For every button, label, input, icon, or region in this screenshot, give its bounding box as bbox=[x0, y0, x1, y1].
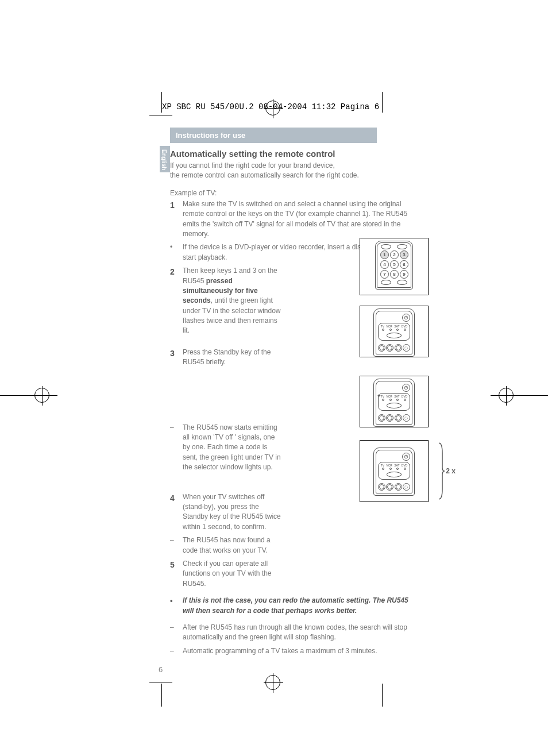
round-button-icon bbox=[403, 414, 410, 422]
diagram-keypad: 1 2 3 4 5 6 7 8 9 bbox=[360, 238, 429, 295]
brace-label: 2 x bbox=[446, 467, 456, 475]
round-button-icon bbox=[378, 414, 385, 422]
power-icon bbox=[402, 314, 410, 322]
bullet: • bbox=[170, 596, 183, 616]
diagram-standby: TVVCRSATDVD bbox=[360, 306, 429, 357]
key-7: 7 bbox=[380, 270, 389, 279]
example-label: Example of TV: bbox=[170, 189, 411, 197]
diagram-signal: ✦ TVVCRSATDVD bbox=[360, 376, 429, 427]
step-number: 4 bbox=[170, 492, 183, 533]
step-1: 1 Make sure the TV is switched on and se… bbox=[170, 199, 411, 240]
dash: – bbox=[170, 535, 183, 556]
step-text: Automatic programming of a TV takes a ma… bbox=[183, 646, 411, 656]
step-text: The RU545 has now found a code that work… bbox=[183, 535, 283, 556]
after-note-1: – After the RU545 has run through all th… bbox=[170, 623, 411, 643]
intro-text: If you cannot find the right code for yo… bbox=[170, 161, 411, 181]
step-number: 5 bbox=[170, 559, 183, 589]
step-text: When your TV switches off (stand-by), yo… bbox=[183, 492, 283, 533]
dash: – bbox=[170, 646, 183, 656]
crop-mark bbox=[382, 92, 383, 113]
round-button-icon bbox=[386, 483, 393, 491]
round-button-icon bbox=[395, 344, 402, 352]
note-text: If this is not the case, you can redo th… bbox=[183, 596, 411, 616]
dash: – bbox=[170, 423, 183, 473]
crop-mark bbox=[382, 684, 383, 707]
round-button-icon bbox=[403, 483, 410, 491]
step-5: 5 Check if you can operate all functions… bbox=[170, 559, 411, 589]
key-8: 8 bbox=[390, 270, 399, 279]
register-mark bbox=[34, 388, 49, 403]
key-3: 3 bbox=[400, 250, 408, 259]
step-number: 1 bbox=[170, 199, 183, 240]
language-label: English bbox=[161, 149, 167, 170]
register-mark bbox=[499, 388, 514, 403]
print-header: XP SBC RU 545/00U.2 08-04-2004 11:32 Pag… bbox=[162, 102, 379, 111]
step-number: 3 bbox=[170, 348, 183, 368]
svg-point-2 bbox=[405, 346, 408, 349]
round-button-icon bbox=[395, 414, 402, 422]
crop-mark bbox=[149, 682, 172, 682]
power-icon bbox=[402, 384, 410, 392]
section-band: Instructions for use bbox=[170, 128, 377, 143]
language-tab: English bbox=[160, 146, 170, 172]
svg-point-5 bbox=[405, 416, 408, 419]
step-4b: – The RU545 has now found a code that wo… bbox=[170, 535, 411, 556]
diagram-confirm: 2 x TVVCRSATDVD bbox=[360, 440, 429, 502]
step-number: 2 bbox=[170, 266, 183, 336]
power-icon bbox=[402, 453, 410, 461]
step-text: Press the Standby key of the RU545 brief… bbox=[183, 348, 283, 368]
key-6: 6 bbox=[400, 260, 408, 269]
register-mark bbox=[265, 675, 280, 690]
step-text: After the RU545 has run through all the … bbox=[183, 623, 411, 643]
dash: – bbox=[170, 623, 183, 643]
step-text: The RU545 now starts emitting all known … bbox=[183, 423, 283, 473]
key-9: 9 bbox=[400, 270, 408, 279]
key-5: 5 bbox=[390, 260, 399, 269]
bullet: • bbox=[170, 242, 183, 263]
step-text: Then keep keys 1 and 3 on the RU545 pres… bbox=[183, 266, 283, 336]
round-button-icon bbox=[378, 483, 385, 491]
page-title: Automatically setting the remote control bbox=[170, 149, 411, 159]
step-text: Check if you can operate all functions o… bbox=[183, 559, 283, 589]
crop-mark bbox=[149, 115, 172, 115]
note: • If this is not the case, you can redo … bbox=[170, 596, 411, 616]
after-note-2: – Automatic programming of a TV takes a … bbox=[170, 646, 411, 656]
key-2: 2 bbox=[390, 250, 399, 259]
round-button-icon bbox=[403, 344, 410, 352]
crop-mark bbox=[161, 684, 162, 707]
sparkle-icon: ✦ bbox=[377, 393, 381, 399]
round-button-icon bbox=[395, 483, 402, 491]
round-button-icon bbox=[386, 344, 393, 352]
key-1: 1 bbox=[380, 250, 389, 259]
brace-icon: 2 x bbox=[438, 441, 456, 502]
step-text: Make sure the TV is switched on and sele… bbox=[183, 199, 411, 240]
round-button-icon bbox=[378, 344, 385, 352]
page-number: 6 bbox=[159, 665, 163, 674]
svg-point-8 bbox=[405, 485, 408, 488]
round-button-icon bbox=[386, 414, 393, 422]
key-4: 4 bbox=[380, 260, 389, 269]
